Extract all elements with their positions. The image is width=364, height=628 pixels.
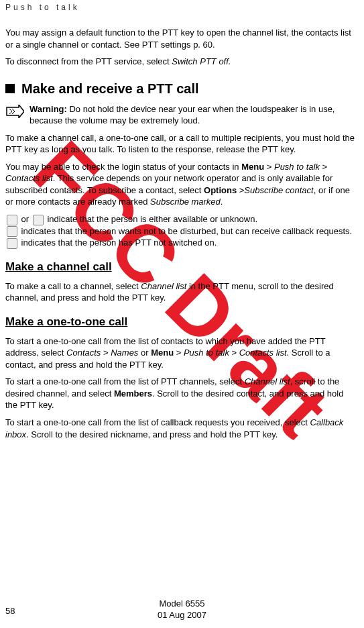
text: . Scroll to the desired nickname, and pr…: [26, 429, 278, 439]
text: >: [101, 348, 111, 358]
warning-block: Warning: Do not hold the device near you…: [5, 103, 355, 127]
text: >: [229, 348, 239, 358]
warning-label: Warning:: [29, 104, 67, 114]
text: .: [221, 197, 223, 207]
text-italic: Subscribe contact: [244, 185, 313, 195]
text-italic: Names: [111, 348, 138, 358]
text-bold: Menu: [151, 348, 174, 358]
paragraph: You may be able to check the login statu…: [5, 161, 355, 208]
paragraph: To disconnect from the PTT service, sele…: [5, 56, 355, 68]
text: To start a one-to-one call from the list…: [5, 417, 310, 427]
text: >: [174, 348, 184, 358]
warning-icon: [5, 105, 24, 121]
text-italic: Push to talk: [184, 348, 229, 358]
status-unknown-icon: [33, 215, 44, 225]
status-dnd-icon: [7, 226, 17, 237]
text-italic: Channel list: [141, 281, 186, 291]
text-bold: Menu: [241, 162, 264, 172]
paragraph: To make a channel call, a one-to-one cal…: [5, 132, 355, 156]
text-italic: Contacts list: [5, 173, 53, 183]
text-italic: Push to talk: [274, 162, 320, 172]
text: indicates that the person wants not to b…: [19, 226, 352, 236]
text: >: [320, 162, 327, 172]
text-italic: Channel list: [245, 376, 290, 386]
text: >: [264, 162, 274, 172]
text-bold: Members: [114, 388, 152, 399]
paragraph: To make a call to a channel, select Chan…: [5, 280, 355, 304]
subsection-heading: Make a channel call: [5, 260, 355, 275]
text: indicate that the person is either avail…: [45, 214, 257, 224]
text: or: [138, 348, 151, 358]
text-italic: Contacts: [66, 348, 101, 358]
text: To make a call to a channel, select: [5, 281, 141, 291]
paragraph: or indicate that the person is either av…: [5, 213, 355, 249]
text: You may be able to check the login statu…: [5, 162, 241, 172]
paragraph: To start a one-to-one call from the list…: [5, 335, 355, 371]
status-off-icon: [7, 238, 17, 249]
text: or: [19, 214, 32, 224]
footer: Model 6555 01 Aug 2007: [0, 598, 364, 621]
text-bold: Options: [204, 185, 237, 195]
subsection-heading: Make a one-to-one call: [5, 315, 355, 330]
text: To disconnect from the PTT service, sele…: [5, 56, 172, 66]
text: Do not hold the device near your ear whe…: [29, 104, 335, 126]
text-italic: Subscribe marked: [150, 197, 221, 207]
running-header: Push to talk: [0, 0, 364, 15]
text-italic: Contacts list: [239, 348, 287, 358]
paragraph: To start a one-to-one call from the list…: [5, 417, 355, 440]
warning-text: Warning: Do not hold the device near you…: [29, 103, 355, 127]
text: indicates that the person has PTT not sw…: [19, 238, 217, 248]
footer-date: 01 Aug 2007: [158, 610, 206, 621]
section-heading: Make and receive a PTT call: [21, 80, 199, 98]
section-heading-row: Make and receive a PTT call: [5, 80, 355, 98]
footer-model: Model 6555: [158, 598, 206, 610]
status-available-icon: [7, 215, 17, 225]
paragraph: You may assign a default function to the…: [5, 27, 355, 50]
square-bullet-icon: [5, 84, 15, 93]
text-italic: Switch PTT off.: [172, 56, 231, 66]
text: >: [237, 185, 244, 195]
paragraph: To start a one-to-one call from the list…: [5, 376, 355, 411]
text: To start a one-to-one call from the list…: [5, 376, 245, 386]
